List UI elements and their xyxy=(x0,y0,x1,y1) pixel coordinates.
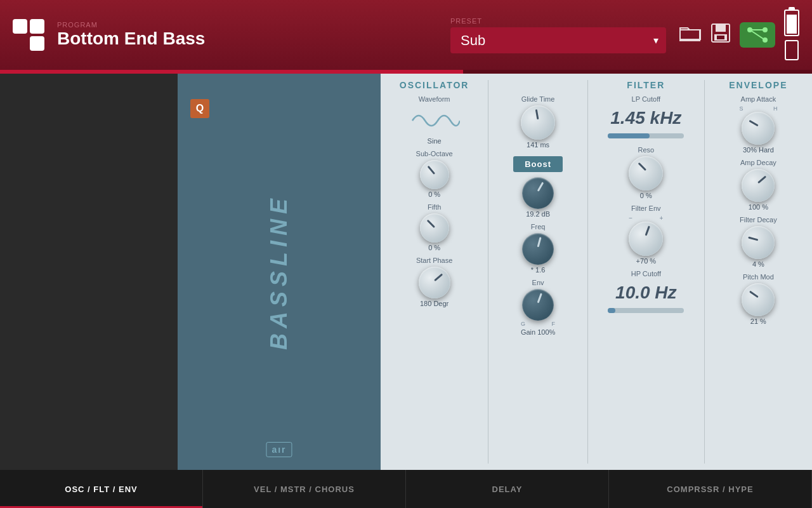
program-label: PROGRAM xyxy=(57,21,438,29)
pitch-mod-row: Pitch Mod 21 % xyxy=(742,273,775,325)
glide-time-label: Glide Time xyxy=(521,95,555,103)
sub-octave-value: 0 % xyxy=(428,190,440,198)
folder-button[interactable] xyxy=(679,24,702,46)
amp-attack-knob[interactable] xyxy=(742,112,775,145)
boost-knob-row: 19.2 dB xyxy=(522,177,554,218)
synth-panel: OSCILLATOR Waveform Sine Sub-Octave xyxy=(381,74,812,470)
s-label: S xyxy=(739,105,743,112)
filter-plus-label: + xyxy=(660,215,664,222)
svg-rect-3 xyxy=(717,36,724,39)
air-logo: aır xyxy=(266,442,292,457)
sd-card-icon xyxy=(785,40,799,60)
route-icon-button[interactable] xyxy=(740,22,775,48)
lp-cutoff-label: LP Cutoff xyxy=(632,95,660,103)
filter-decay-label: Filter Decay xyxy=(740,216,777,224)
filter-decay-value: 4 % xyxy=(752,260,764,268)
header-icons xyxy=(679,10,799,60)
amp-decay-knob[interactable] xyxy=(742,169,775,202)
pitch-mod-knob[interactable] xyxy=(742,283,775,316)
tab-vel-mstr-chorus[interactable]: VEL / MSTR / CHORUS xyxy=(203,470,406,508)
tab-osc-flt-env[interactable]: OSC / FLT / ENV xyxy=(0,470,203,508)
preset-select[interactable]: Sub xyxy=(450,27,666,53)
pitch-mod-value: 21 % xyxy=(750,318,766,325)
preset-label: PRESET xyxy=(450,17,666,25)
waveform-display xyxy=(409,108,460,133)
start-phase-row: Start Phase 180 Degr xyxy=(416,257,452,307)
freq-row: Freq * 1.6 xyxy=(522,223,554,274)
oscillator-right-section: OSC Glide Time 141 ms Boost xyxy=(488,80,588,464)
tab-delay-label: DELAY xyxy=(492,485,523,494)
filter-section: FILTER LP Cutoff 1.45 kHz Reso 0 % xyxy=(588,80,705,464)
lp-cutoff-slider[interactable] xyxy=(608,133,684,138)
gain-value: Gain 100% xyxy=(521,328,555,336)
glide-time-knob[interactable] xyxy=(521,105,555,140)
hp-cutoff-value: 10.0 Hz xyxy=(615,283,677,303)
reso-row: Reso 0 % xyxy=(629,146,663,199)
env-knob[interactable] xyxy=(522,289,554,321)
progress-bar xyxy=(0,70,812,74)
amp-attack-label: Amp Attack xyxy=(741,95,776,103)
logo-cell xyxy=(13,19,27,34)
start-phase-value: 180 Degr xyxy=(420,300,449,307)
boost-db-value: 19.2 dB xyxy=(526,210,550,218)
env-label: Env xyxy=(532,279,544,286)
save-button[interactable] xyxy=(710,23,731,48)
pitch-mod-label: Pitch Mod xyxy=(743,273,774,281)
header: PROGRAM Bottom End Bass PRESET Sub ▾ xyxy=(0,0,812,70)
main-content: Q BASSLINE aır OSCILLATOR Waveform Sine xyxy=(0,74,812,470)
hp-cutoff-row: HP Cutoff 10.0 Hz xyxy=(608,270,684,316)
tab-delay[interactable]: DELAY xyxy=(406,470,609,508)
filter-title: FILTER xyxy=(627,80,665,90)
sidebar xyxy=(0,74,178,470)
amp-decay-row: Amp Decay 100 % xyxy=(740,159,776,211)
envelope-section: ENVELOPE Amp Attack S H 30% Hard Amp Dec… xyxy=(705,80,812,464)
logo-cell xyxy=(13,36,27,51)
h-label: H xyxy=(773,105,778,112)
filter-decay-knob[interactable] xyxy=(742,226,775,259)
sub-octave-knob[interactable] xyxy=(420,160,449,189)
amp-attack-row: Amp Attack S H 30% Hard xyxy=(739,95,777,154)
logo-cell xyxy=(30,19,44,34)
tab-vel-mstr-chorus-label: VEL / MSTR / CHORUS xyxy=(254,485,355,494)
preset-dropdown-wrapper: Sub ▾ xyxy=(450,27,666,53)
fifth-label: Fifth xyxy=(428,203,441,211)
waveform-label: Waveform xyxy=(419,95,450,103)
env-row: Env G F Gain 100% xyxy=(521,279,555,336)
amp-attack-value: 30% Hard xyxy=(743,146,774,154)
waveform-value: Sine xyxy=(428,137,442,145)
oscillator-section: OSCILLATOR Waveform Sine Sub-Octave xyxy=(381,80,488,464)
amp-decay-value: 100 % xyxy=(749,203,768,211)
filter-decay-row: Filter Decay 4 % xyxy=(740,216,777,268)
sub-octave-row: Sub-Octave 0 % xyxy=(416,150,453,198)
reso-knob[interactable] xyxy=(629,156,663,190)
fifth-knob[interactable] xyxy=(420,213,449,243)
glide-time-value: 141 ms xyxy=(527,141,549,149)
logo-cell xyxy=(30,36,44,51)
filter-env-knob[interactable] xyxy=(629,222,663,256)
boost-level-knob[interactable] xyxy=(522,177,554,209)
sh-labels: S H xyxy=(739,105,777,112)
envelope-title: ENVELOPE xyxy=(729,80,787,90)
program-info: PROGRAM Bottom End Bass xyxy=(57,21,438,49)
bottom-tabs: OSC / FLT / ENV VEL / MSTR / CHORUS DELA… xyxy=(0,470,812,508)
lp-cutoff-value: 1.45 kHz xyxy=(610,108,681,128)
boost-button[interactable]: Boost xyxy=(513,156,563,172)
freq-knob[interactable] xyxy=(522,233,554,265)
tab-osc-flt-env-label: OSC / FLT / ENV xyxy=(65,485,137,494)
hp-cutoff-slider[interactable] xyxy=(608,308,684,313)
preset-area: PRESET Sub ▾ xyxy=(450,17,666,53)
oscillator-title: OSCILLATOR xyxy=(400,80,469,90)
tab-comprssr-hype[interactable]: COMPRSSR / HYPE xyxy=(609,470,812,508)
start-phase-knob[interactable] xyxy=(419,267,450,298)
gain-f-label: F xyxy=(552,321,556,327)
q-badge[interactable]: Q xyxy=(190,99,209,118)
program-name: Bottom End Bass xyxy=(57,29,438,49)
sections-row: OSCILLATOR Waveform Sine Sub-Octave xyxy=(381,80,812,464)
filter-env-label: Filter Env xyxy=(631,204,660,212)
fifth-value: 0 % xyxy=(428,244,440,251)
battery-icon xyxy=(784,10,799,36)
fifth-row: Fifth 0 % xyxy=(420,203,449,251)
reso-value: 0 % xyxy=(640,192,652,199)
hp-cutoff-label: HP Cutoff xyxy=(631,270,661,277)
glide-time-row: Glide Time 141 ms xyxy=(521,95,555,149)
